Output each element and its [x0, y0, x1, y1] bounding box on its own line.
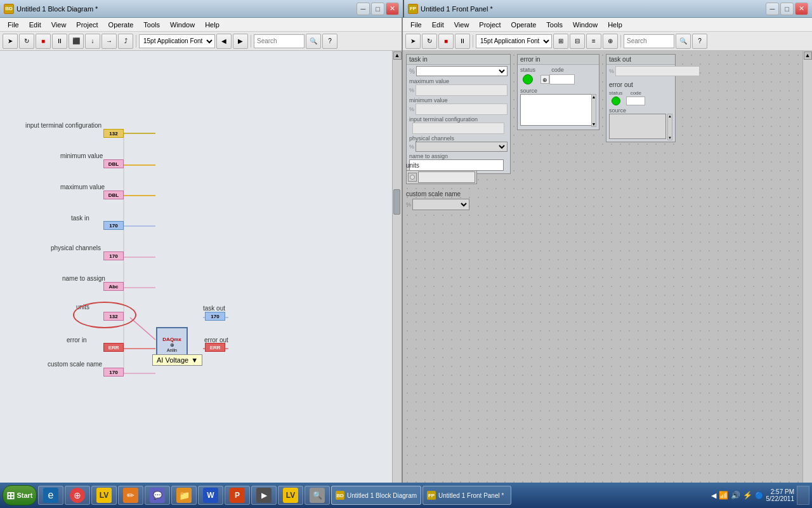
fp-max-val-input[interactable]: 5.00 [416, 84, 508, 96]
bd-menu-tools[interactable]: Tools [138, 20, 165, 30]
fp-minimize[interactable]: ─ [766, 3, 779, 15]
taskbar-bd-icon: BD [336, 491, 344, 500]
fp-menu-project[interactable]: Project [474, 20, 506, 30]
fp-tool-stop[interactable]: ■ [438, 34, 454, 49]
taskbar-pencil[interactable]: ✏ [118, 486, 143, 505]
bd-scrollbar-v[interactable]: ▲ ▼ [392, 51, 402, 498]
fp-error-out-scrollbar[interactable]: ▲ ▼ [667, 114, 672, 140]
fp-maximize[interactable]: □ [780, 3, 794, 15]
fp-layout2[interactable]: ⊟ [570, 34, 585, 49]
taskbar-lv2[interactable]: LV [278, 486, 303, 505]
fp-search-input[interactable] [624, 34, 674, 48]
bd-font-small[interactable]: ◀ [216, 34, 232, 49]
bd-minimize[interactable]: ─ [357, 3, 370, 15]
system-clock[interactable]: 2:57 PM 5/22/2011 [766, 488, 795, 502]
fp-name-assign-label: name to assign [409, 153, 508, 159]
fp-min-pct: % [409, 106, 414, 112]
bd-tool-debug2[interactable]: ↓ [85, 34, 100, 49]
tray-arrow[interactable]: ◀ [711, 491, 716, 500]
bd-menu-edit[interactable]: Edit [24, 20, 46, 30]
fp-task-in-dropdown[interactable] [416, 66, 508, 76]
fp-min-val-input[interactable]: -5.00 [416, 104, 508, 115]
bd-maximize[interactable]: □ [371, 3, 384, 15]
fp-layout4[interactable]: ⊕ [603, 34, 618, 49]
fp-error-out-scroll-up[interactable]: ▲ [668, 114, 672, 118]
fp-menu-tools[interactable]: Tools [541, 20, 568, 30]
fp-icon: FP [408, 4, 418, 14]
taskbar-bd-window[interactable]: BD Untitled 1 Block Diagram * [331, 486, 421, 505]
fp-search-btn[interactable]: 🔍 [676, 34, 691, 49]
fp-phys-ch-dropdown[interactable] [416, 142, 508, 152]
fp-menu-view[interactable]: View [449, 20, 475, 30]
fp-input-terminal-input[interactable]: default [412, 123, 504, 134]
bd-scroll-thumb-v[interactable] [393, 189, 400, 215]
fp-error-out-scroll-down[interactable]: ▼ [668, 136, 672, 140]
ai-voltage-dropdown-arrow[interactable]: ▼ [191, 356, 198, 364]
bd-tool-stop[interactable]: ■ [36, 34, 51, 49]
bd-search-input[interactable] [254, 34, 304, 48]
bd-font-select[interactable]: 15pt Application Font [139, 34, 215, 48]
bd-font-large[interactable]: ▶ [233, 34, 248, 49]
fp-layout1[interactable]: ⊞ [553, 34, 568, 49]
fp-menu-window[interactable]: Window [568, 20, 603, 30]
messenger-taskbar-icon: 💬 [150, 488, 165, 503]
fp-error-out-source-textarea[interactable] [609, 114, 666, 139]
bd-tool-debug1[interactable]: ⬛ [69, 34, 84, 49]
taskbar-lv1[interactable]: LV [91, 486, 117, 505]
bd-tool-run[interactable]: ↻ [19, 34, 34, 49]
taskbar-fp-window[interactable]: FP Untitled 1 Front Panel * [422, 486, 511, 505]
fp-layout3[interactable]: ≡ [586, 34, 601, 49]
fp-error-out-code-input[interactable]: 0 [626, 97, 645, 105]
fp-tool-pause[interactable]: ⏸ [455, 34, 470, 49]
bd-search-btn[interactable]: 🔍 [306, 34, 321, 49]
taskbar-word[interactable]: W [198, 486, 223, 505]
fp-error-in-source-label: source [520, 88, 596, 94]
fp-units-input[interactable]: Volts [418, 171, 475, 183]
fp-menu-help[interactable]: Help [603, 20, 627, 30]
taskbar-movie[interactable]: ▶ [251, 486, 277, 505]
fp-menu-file[interactable]: File [405, 20, 427, 30]
bd-menu-file[interactable]: File [3, 20, 24, 30]
fp-task-out-input[interactable] [615, 66, 700, 76]
taskbar-ie[interactable]: e [38, 486, 63, 505]
taskbar-messenger[interactable]: 💬 [145, 486, 170, 505]
bd-menu-help[interactable]: Help [200, 20, 225, 30]
bd-menu-operate[interactable]: Operate [103, 20, 139, 30]
fp-help-btn[interactable]: ? [692, 34, 707, 49]
show-desktop-btn[interactable] [797, 486, 809, 505]
bd-tool-arrow[interactable]: ➤ [3, 34, 18, 49]
bd-scroll-up[interactable]: ▲ [393, 51, 402, 60]
start-button[interactable]: ⊞ Start [3, 485, 37, 505]
taskbar-chrome[interactable]: ⊕ [65, 486, 90, 505]
taskbar-search[interactable]: 🔍 [304, 486, 330, 505]
fp-custom-scale-dropdown[interactable] [412, 199, 469, 210]
fp-tool-arrow[interactable]: ➤ [405, 34, 421, 49]
fp-font-select[interactable]: 15pt Application Font [476, 34, 552, 48]
taskbar-ppt[interactable]: P [225, 486, 250, 505]
bd-help-btn[interactable]: ? [322, 34, 337, 49]
ai-voltage-tooltip[interactable]: AI Voltage ▼ [152, 354, 202, 366]
bd-canvas[interactable]: input terminal configuration 132 minimum… [0, 51, 392, 508]
fp-units-knob[interactable] [410, 175, 415, 180]
fp-scrollbar-v[interactable]: ▲ ▼ [802, 51, 812, 498]
fp-error-in-code-input[interactable]: 0 [549, 74, 575, 84]
fp-menu-edit[interactable]: Edit [427, 20, 449, 30]
fp-tool-run[interactable]: ↻ [422, 34, 437, 49]
fp-error-in-scroll-down[interactable]: ▼ [592, 122, 596, 126]
fp-close[interactable]: ✕ [795, 3, 808, 15]
bd-close[interactable]: ✕ [386, 3, 399, 15]
taskbar-folder[interactable]: 📁 [171, 486, 197, 505]
fp-error-in-scrollbar[interactable]: ▲ ▼ [591, 94, 596, 127]
fp-scroll-up[interactable]: ▲ [804, 51, 812, 60]
fp-error-in-scroll-up[interactable]: ▲ [592, 95, 596, 99]
taskbar-fp-title: Untitled 1 Front Panel * [438, 492, 504, 499]
fp-menu-operate[interactable]: Operate [506, 20, 542, 30]
bd-tool-pause[interactable]: ⏸ [52, 34, 67, 49]
bd-menu-project[interactable]: Project [71, 20, 103, 30]
bd-menu-window[interactable]: Window [165, 20, 200, 30]
fp-canvas[interactable]: task in % maximum value % 5.00 [403, 51, 802, 498]
bd-tool-debug4[interactable]: ⤴ [118, 34, 133, 49]
fp-error-in-source-textarea[interactable] [520, 94, 593, 126]
bd-menu-view[interactable]: View [46, 20, 72, 30]
bd-tool-debug3[interactable]: → [102, 34, 117, 49]
